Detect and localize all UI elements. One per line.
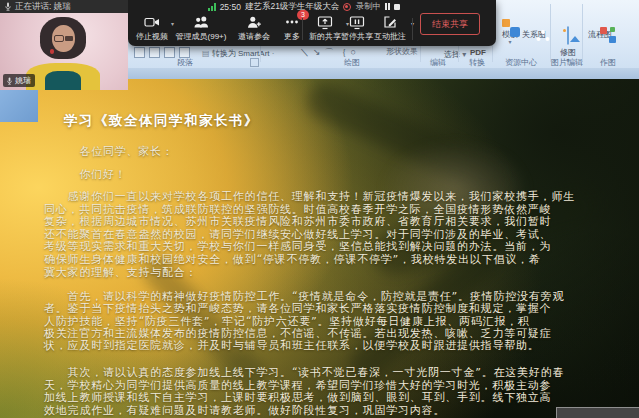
paragraph-2: 首先，请以科学的精神做好疫情防控工作。“疫情就是命令，防控就是责任”。疫情防控没… [44,291,564,352]
share-screen-icon [317,14,333,30]
slides-pane-fragment [0,90,38,122]
paragraph-3: 其次，请以认真的态度参加线上线下学习。“读书不觉已春深，一寸光阴一寸金”。在这美… [44,367,564,417]
screen: ▤ 转换为 SmartArt · ＼↘⌒｛○ 形状效果 选择 ▾ PDF 模板▾… [0,0,639,418]
ribbon-group-edit: 编辑 [430,57,446,68]
list-icon: ▤ [202,49,212,58]
ribbon-group-image-edit: 图片编辑 [551,57,583,68]
ribbon-group-draw: 绘图 [344,57,360,68]
recording-label: 录制中 [355,1,381,13]
glasses-shape [54,35,64,42]
ribbon-separator [550,4,551,62]
ribbon-group-paragraph: 段落 [177,57,193,68]
stop-video-button[interactable]: ▾ 停止视频 [132,14,172,44]
toolbar-separator [412,18,413,40]
person-plus-icon [246,14,262,30]
meeting-timer: 25:50 [220,2,241,12]
pen-annotate-icon [382,14,398,30]
camera-icon [144,14,160,30]
shape-effect-button[interactable]: 形状效果 [386,46,418,57]
toolbar-separator [302,18,303,40]
mic-icon [4,2,12,11]
meeting-toolbar: 25:50 建艺系21级学生年级大会 录制中 ▾ 停止视频 管理成员(99+) [128,0,496,46]
paragraph-1: 感谢你们一直以来对学校各项工作的信任、理解和支持！新冠疫情爆发以来，我们家校携手… [44,191,575,279]
ribbon-separator [582,4,583,62]
hello-line: 你们好！ [44,169,127,182]
pause-recording-icon[interactable] [385,3,391,10]
participant-name: 姚瑞 [15,75,31,86]
photo-edit-icon [567,26,569,45]
slide-canvas: 学习《致全体同学和家长书》 各位同学、家长： 你们好！ 感谢你们一直以来对学校各… [0,79,639,418]
speaker-video-panel[interactable]: 正在讲话: 姚瑞 姚瑞 [0,0,128,90]
convert-to-smartart-button[interactable]: ▤ 转换为 SmartArt · [202,48,274,59]
end-share-button[interactable]: 结束共享 [420,13,480,35]
export-pdf-button[interactable]: PDF [470,48,486,57]
earring-shape [50,49,54,54]
paragraph-dialog-launcher-icon[interactable] [250,58,259,67]
new-share-button[interactable]: ▾ 新的共享 [307,14,343,44]
greeting-line: 各位同学、家长： [44,146,174,159]
stop-recording-icon[interactable] [394,4,400,10]
speaking-status-bar: 正在讲话: 姚瑞 [0,0,128,13]
video-feed: 姚瑞 [0,13,128,90]
meeting-title: 建艺系21级学生年级大会 [245,1,339,13]
flowchart-button[interactable]: 流程图 [585,27,615,40]
ribbon-group-resource-center: 资源中心 [505,57,537,68]
pause-share-button[interactable]: 暂停共享 [339,14,375,44]
invite-button[interactable]: 邀请参会 [232,14,276,44]
signal-strength-icon [208,3,216,11]
participant-name-tag: 姚瑞 [3,74,35,87]
teal-shirt-shape [45,71,81,90]
annotation-button[interactable]: ▾ 互动批注 [372,14,408,44]
speaking-label: 正在讲话: 姚瑞 [15,1,71,13]
recording-icon [343,3,351,11]
ribbon-group-convert: 转换 [469,57,485,68]
ribbon-group-drawing: 作图 [600,57,616,68]
relation-diagram-button[interactable]: 关系图 [519,27,549,40]
monitor-pause-icon [349,14,365,30]
bottom-right-panel [556,407,639,418]
select-button[interactable]: 选择 ▾ [444,49,466,60]
slide-title: 学习《致全体同学和家长书》 [64,112,259,130]
manage-members-button[interactable]: 管理成员(99+) [172,14,230,44]
people-icon [193,14,209,30]
mic-icon [6,77,13,85]
